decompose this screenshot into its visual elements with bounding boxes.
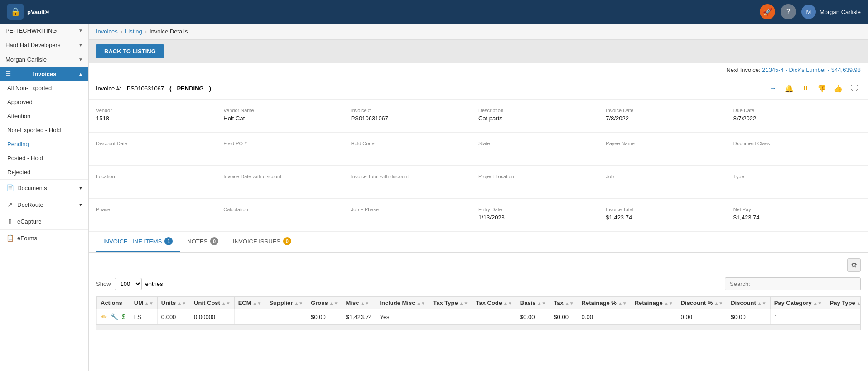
row-misc: $1,423.74 — [342, 309, 376, 324]
col-retainage-pct[interactable]: Retainage %▲▼ — [578, 297, 631, 309]
col-basis[interactable]: Basis▲▼ — [516, 297, 550, 309]
col-units[interactable]: Units▲▼ — [157, 297, 190, 309]
row-discount: $0.00 — [727, 309, 770, 324]
sort-icon: ▲▼ — [416, 301, 425, 306]
vendor-value: 1518 — [96, 115, 218, 124]
sidebar-item-pending[interactable]: Pending — [0, 137, 88, 151]
chevron-down-icon: ▼ — [78, 57, 83, 62]
col-tax[interactable]: Tax▲▼ — [550, 297, 578, 309]
dollar-icon[interactable]: $ — [121, 312, 126, 321]
row-tax: $0.00 — [550, 309, 578, 324]
col-ecm[interactable]: ECM▲▼ — [234, 297, 265, 309]
sidebar-item-label: eForms — [17, 235, 37, 242]
col-um[interactable]: UM▲▼ — [130, 297, 157, 309]
pause-action-button[interactable]: ⏸ — [799, 82, 812, 95]
field-state: State — [478, 138, 606, 160]
thumbsup-action-button[interactable]: 👍 — [832, 82, 844, 95]
field-project-location: Project Location — [478, 171, 606, 193]
avatar-initial: M — [806, 9, 811, 15]
user-dropdown[interactable]: Morgan Carlisle ▼ — [0, 52, 88, 67]
sidebar-item-rejected[interactable]: Rejected — [0, 165, 88, 179]
row-discount-pct: 0.00 — [677, 309, 727, 324]
table-settings-button[interactable]: ⚙ — [847, 258, 861, 272]
back-to-listing-button[interactable]: BACK TO LISTING — [96, 44, 164, 58]
col-actions: Actions — [97, 297, 130, 309]
help-button[interactable]: ? — [781, 4, 796, 19]
sidebar-item-approved[interactable]: Approved — [0, 95, 88, 109]
invoice-header-actions: → 🔔 ⏸ 👎 👍 ⛶ — [767, 82, 861, 95]
breadcrumb: Invoices › Listing › Invoice Details — [89, 24, 868, 40]
col-discount[interactable]: Discount▲▼ — [727, 297, 770, 309]
field-net-pay: Net Pay $1,423.74 — [733, 204, 861, 226]
forward-action-button[interactable]: → — [767, 82, 779, 95]
col-unit-cost[interactable]: Unit Cost▲▼ — [190, 297, 235, 309]
field-hold-code: Hold Code — [351, 138, 478, 160]
sort-icon: ▲▼ — [329, 301, 338, 306]
invoice-number: PS010631067 — [127, 85, 164, 92]
col-include-misc[interactable]: Include Misc▲▼ — [376, 297, 429, 309]
row-um: LS — [130, 309, 157, 324]
breadcrumb-invoices[interactable]: Invoices — [96, 28, 118, 35]
next-invoice-link[interactable]: 21345-4 - Dick's Lumber - $44,639.98 — [762, 67, 861, 73]
rocket-button[interactable]: 🚀 — [760, 4, 775, 19]
avatar: M — [801, 5, 816, 19]
sidebar-item-label: Approved — [7, 99, 33, 105]
tab-invoice-issues[interactable]: INVOICE ISSUES 0 — [226, 232, 299, 252]
sidebar-item-attention[interactable]: Attention — [0, 109, 88, 123]
description-label: Description — [478, 108, 600, 113]
invoice-date-value: 7/8/2022 — [606, 115, 728, 124]
col-supplier[interactable]: Supplier▲▼ — [265, 297, 307, 309]
invoices-section-icon: ☰ — [5, 71, 11, 77]
col-gross[interactable]: Gross▲▼ — [307, 297, 342, 309]
eforms-icon: 📋 — [5, 233, 14, 243]
edit-icon[interactable]: ✏ — [101, 312, 108, 321]
sidebar-item-all-non-exported[interactable]: All Non-Exported — [0, 81, 88, 95]
table-section: ⚙ Show 100 10 25 50 entries — [89, 253, 868, 336]
entries-select[interactable]: 100 10 25 50 — [115, 278, 142, 290]
row-tax-code — [472, 309, 516, 324]
col-tax-type[interactable]: Tax Type▲▼ — [429, 297, 472, 309]
navbar: 🔒 pVault® 🚀 ? M Morgan Carlisle — [0, 0, 868, 24]
field-po-value — [223, 148, 345, 157]
invoice-status: ( — [169, 85, 171, 92]
row-retainage — [631, 309, 677, 324]
document-class-value — [733, 148, 855, 157]
field-invoice-date-discount: Invoice Date with discount — [223, 171, 351, 193]
user-menu[interactable]: M Morgan Carlisle — [801, 5, 861, 19]
logo[interactable]: 🔒 pVault® — [7, 4, 96, 20]
row-basis: $0.00 — [516, 309, 550, 324]
sidebar-item-eforms[interactable]: 📋 eForms — [0, 229, 88, 246]
search-input[interactable] — [725, 277, 861, 290]
col-tax-code[interactable]: Tax Code▲▼ — [472, 297, 516, 309]
tab-invoice-line-items[interactable]: INVOICE LINE ITEMS 1 — [96, 232, 180, 252]
col-pay-category[interactable]: Pay Category▲▼ — [770, 297, 826, 309]
field-payee-name: Payee Name — [606, 138, 733, 160]
fullscreen-action-button[interactable]: ⛶ — [848, 82, 861, 95]
sidebar-item-documents[interactable]: 📄 Documents ▼ — [0, 179, 88, 196]
breadcrumb-listing[interactable]: Listing — [125, 28, 142, 35]
wrench-icon[interactable]: 🔧 — [110, 312, 119, 321]
col-retainage[interactable]: Retainage▲▼ — [631, 297, 677, 309]
sidebar-item-non-exported-hold[interactable]: Non-Exported - Hold — [0, 123, 88, 137]
company-dropdown[interactable]: PE-TECHWRITING ▼ — [0, 24, 88, 38]
sidebar-item-ecapture[interactable]: ⬆ eCapture — [0, 213, 88, 229]
breadcrumb-current: Invoice Details — [149, 28, 188, 35]
field-vendor: Vendor 1518 — [96, 105, 223, 127]
search-container — [725, 277, 861, 290]
sidebar-item-docroute[interactable]: ↗ DocRoute ▼ — [0, 196, 88, 213]
tab-notes[interactable]: NOTES 0 — [180, 232, 226, 252]
table-horizontal-scrollbar[interactable] — [96, 325, 861, 330]
col-pay-type[interactable]: Pay Type▲▼ — [826, 297, 861, 309]
sidebar-item-posted-hold[interactable]: Posted - Hold — [0, 151, 88, 165]
bell-action-button[interactable]: 🔔 — [783, 82, 796, 95]
invoices-nav-section[interactable]: ☰ Invoices ▲ — [0, 67, 88, 81]
thumbsdown-action-button[interactable]: 👎 — [815, 82, 828, 95]
group-dropdown[interactable]: Hard Hat Developers ▼ — [0, 38, 88, 52]
tab-invoice-issues-badge: 0 — [283, 237, 291, 245]
sort-icon: ▲▼ — [294, 301, 303, 306]
field-job-phase: Job + Phase — [351, 204, 478, 226]
field-po-label: Field PO # — [223, 141, 345, 146]
col-misc[interactable]: Misc▲▼ — [342, 297, 376, 309]
row-ecm — [234, 309, 265, 324]
col-discount-pct[interactable]: Discount %▲▼ — [677, 297, 727, 309]
